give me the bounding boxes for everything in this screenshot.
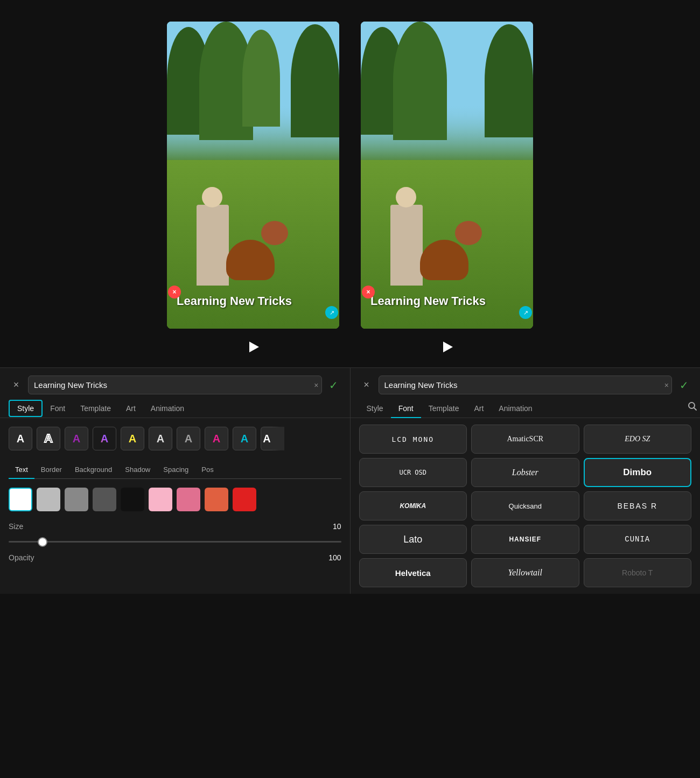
left-tab-font[interactable]: Font (43, 400, 73, 418)
left-tab-art[interactable]: Art (118, 400, 143, 418)
right-panel-close-btn[interactable]: × (359, 378, 374, 393)
font-item-edo[interactable]: EDO SZ (584, 425, 692, 454)
right-tab-animation[interactable]: Animation (491, 400, 540, 418)
left-caption-resize-btn[interactable]: ↗ (325, 306, 338, 319)
search-button[interactable] (685, 399, 700, 414)
swatch-salmon[interactable] (205, 488, 228, 511)
text-style-outline[interactable]: A (37, 427, 60, 450)
size-slider[interactable] (9, 541, 341, 543)
left-panel-close-btn[interactable]: × (9, 378, 24, 393)
text-style-white2[interactable]: A (149, 427, 172, 450)
font-item-quicksand[interactable]: Quicksand (471, 491, 579, 520)
font-content: LCD MONO AmaticSCR EDO SZ UCR OSD Lobste… (351, 418, 701, 594)
font-item-yellowtail[interactable]: Yellowtail (471, 558, 579, 587)
size-value: 10 (333, 522, 341, 531)
font-item-roboto[interactable]: Roboto T (584, 558, 692, 587)
text-style-pink[interactable]: A (205, 427, 228, 450)
swatch-light-gray[interactable] (37, 488, 60, 511)
text-style-plain[interactable]: A (9, 427, 32, 450)
font-item-ucr[interactable]: UCR OSD (359, 458, 467, 487)
svg-line-1 (694, 407, 697, 410)
search-icon (688, 401, 697, 411)
right-panel-confirm-btn[interactable]: ✓ (676, 378, 691, 393)
left-video-frame[interactable]: × Learning New Tricks ↗ (167, 22, 339, 329)
right-panel-text-input[interactable] (379, 376, 673, 394)
left-video-preview: × Learning New Tricks ↗ (167, 22, 339, 357)
font-item-lobster[interactable]: Lobster (471, 458, 579, 487)
swatch-white[interactable] (9, 488, 32, 511)
swatch-mid-gray[interactable] (65, 488, 88, 511)
font-item-cunia[interactable]: CUNIA (584, 525, 692, 554)
panels-area: × × ✓ Style Font Template Art Animation … (0, 367, 700, 594)
font-item-lato[interactable]: Lato (359, 525, 467, 554)
opacity-label: Opacity (9, 553, 34, 562)
text-style-gray[interactable]: A (177, 427, 200, 450)
right-person-body (390, 205, 423, 286)
size-label: Size (9, 522, 23, 531)
style-subtabs: Text Border Background Shadow Spacing Po… (9, 461, 341, 479)
swatch-mid-pink[interactable] (177, 488, 200, 511)
left-play-triangle (249, 342, 259, 352)
right-caption-overlay: × Learning New Tricks ↗ (365, 292, 529, 314)
right-caption-resize-btn[interactable]: ↗ (519, 306, 532, 319)
left-panel-text-input[interactable] (28, 376, 322, 394)
right-tab-style[interactable]: Style (359, 400, 391, 418)
text-style-yellow[interactable]: A (121, 427, 144, 450)
font-item-amatic[interactable]: AmaticSCR (471, 425, 579, 454)
right-play-button[interactable] (437, 337, 457, 357)
right-tree-center (393, 22, 447, 140)
subtab-shadow[interactable]: Shadow (118, 461, 157, 479)
text-style-purple[interactable]: A (65, 427, 88, 450)
right-video-frame[interactable]: × Learning New Tricks ↗ (361, 22, 533, 329)
font-item-bebas[interactable]: BEBAS R (584, 491, 692, 520)
left-panel-input-wrap: × (28, 376, 322, 394)
font-grid: LCD MONO AmaticSCR EDO SZ UCR OSD Lobste… (359, 425, 692, 587)
swatch-black[interactable] (121, 488, 144, 511)
swatch-red[interactable] (233, 488, 256, 511)
text-style-cyan[interactable]: A (233, 427, 256, 450)
left-panel-input-clear[interactable]: × (314, 381, 318, 390)
size-row: Size 10 (9, 522, 341, 531)
subtab-spacing[interactable]: Spacing (157, 461, 195, 479)
left-caption-close-btn[interactable]: × (168, 286, 181, 298)
right-caption-text: Learning New Tricks (365, 292, 529, 314)
opacity-value: 100 (328, 553, 341, 562)
right-panel-tabs-row: Style Font Template Art Animation (351, 394, 701, 418)
color-swatches (9, 488, 341, 511)
text-style-icons: A A A A A A A A A A (9, 427, 341, 450)
subtab-background[interactable]: Background (68, 461, 118, 479)
right-caption-close-btn[interactable]: × (362, 286, 375, 298)
size-slider-wrap (9, 535, 341, 545)
right-tab-art[interactable]: Art (466, 400, 491, 418)
left-tab-template[interactable]: Template (73, 400, 118, 418)
left-panel-tabs: Style Font Template Art Animation (0, 394, 350, 418)
font-item-dimbo[interactable]: Dimbo (584, 458, 692, 487)
text-style-gradient[interactable]: A (93, 427, 116, 450)
swatch-dark-gray[interactable] (93, 488, 116, 511)
right-panel-header: × × ✓ (351, 368, 701, 394)
left-video-bg (167, 22, 339, 329)
font-item-helvetica[interactable]: Helvetica (359, 558, 467, 587)
left-tab-style[interactable]: Style (9, 400, 43, 417)
subtab-pos[interactable]: Pos (195, 461, 220, 479)
swatch-light-pink[interactable] (149, 488, 172, 511)
text-style-partial[interactable]: A (261, 427, 284, 450)
right-panel-input-clear[interactable]: × (664, 381, 669, 390)
left-tab-animation[interactable]: Animation (143, 400, 192, 418)
right-play-triangle (443, 342, 453, 352)
subtab-border[interactable]: Border (34, 461, 68, 479)
right-tab-font[interactable]: Font (391, 400, 421, 418)
opacity-row: Opacity 100 (9, 553, 341, 562)
tree-right (291, 24, 339, 137)
font-item-komika[interactable]: KOMIKA (359, 491, 467, 520)
font-item-hansief[interactable]: HANSIEF (471, 525, 579, 554)
left-panel-confirm-btn[interactable]: ✓ (326, 378, 341, 393)
font-item-lcd-mono[interactable]: LCD MONO (359, 425, 467, 454)
subtab-text[interactable]: Text (9, 461, 34, 479)
left-panel: × × ✓ Style Font Template Art Animation … (0, 368, 351, 594)
right-panel: × × ✓ Style Font Template Art Animation (351, 368, 701, 594)
right-video-bg (361, 22, 533, 329)
right-tab-template[interactable]: Template (421, 400, 467, 418)
dog-head (261, 221, 288, 245)
left-play-button[interactable] (243, 337, 263, 357)
